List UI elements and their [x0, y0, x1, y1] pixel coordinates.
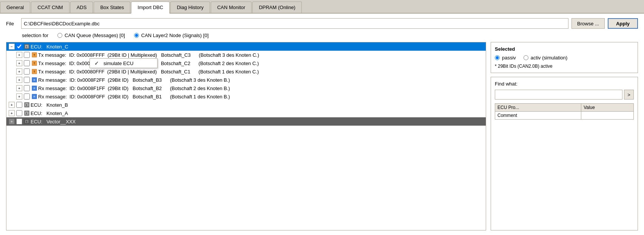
radio-input-passiv[interactable] [495, 55, 500, 60]
tab-ccat-cnm[interactable]: CCAT CNM [31, 2, 69, 13]
tree-row-tx-c3[interactable]: + T Tx message: ID: 0x0008FFFF (29Bit ID… [6, 51, 486, 59]
radio-input-can-layer2[interactable] [134, 33, 139, 38]
svg-text:R: R [33, 87, 35, 90]
radio-input-can-queue[interactable] [57, 33, 62, 38]
checkbox-rx-b1[interactable] [24, 93, 30, 100]
checkbox-rx-b3[interactable] [24, 77, 30, 83]
ecu-icon-a: E [24, 110, 30, 116]
file-row: File Browse ... Apply [6, 18, 638, 29]
context-menu-item-simulate[interactable]: ✓ simulate ECU [90, 59, 157, 68]
context-menu-item-label: simulate ECU [103, 61, 133, 66]
radio-input-activ[interactable] [524, 55, 528, 60]
main-content: File Browse ... Apply selection for CAN … [0, 14, 644, 235]
find-row: > [495, 90, 634, 100]
svg-text:E: E [26, 120, 28, 123]
expand-btn-tx-c1[interactable]: + [16, 68, 22, 75]
find-title: Find what: [495, 81, 634, 87]
checkbox-rx-b2[interactable] [24, 85, 30, 91]
tree-row-tx-c1[interactable]: + T Tx message: ID: 0x00080FFF (29Bit ID… [6, 67, 486, 76]
ecu-icon-b: E [24, 102, 30, 108]
checkbox-ecu-c[interactable] [16, 44, 22, 50]
tab-box-states[interactable]: Box States [94, 2, 130, 13]
radio-passiv[interactable]: passiv [495, 55, 516, 61]
tree-text-tx-c1: Tx message: ID: 0x00080FFF (29Bit ID | M… [38, 69, 483, 75]
svg-text:T: T [34, 54, 36, 56]
tab-can-monitor[interactable]: CAN Monitor [211, 2, 252, 13]
tree-text-rx-b3: Rx message: ID: 0x0008F2FF (29Bit ID) Bo… [38, 77, 483, 83]
selected-title: Selected [495, 46, 634, 52]
tree-row-rx-b1[interactable]: + R Rx message: ID: 0x0008F0FF (29Bit ID… [6, 92, 486, 101]
selection-row: selection for CAN Queue (Messages) [0] C… [6, 33, 638, 38]
rx-icon-b1: R [31, 93, 37, 100]
props-row-comment: Comment [495, 112, 634, 120]
tab-diag-history[interactable]: Diag History [170, 2, 210, 13]
find-input[interactable] [495, 90, 622, 100]
file-input[interactable] [21, 18, 568, 29]
props-table: ECU Pro... Value Comment [495, 103, 634, 120]
tree-row-ecu-b[interactable]: + E ECU: Knoten_B [6, 101, 486, 109]
tx-icon-c3: T [31, 52, 37, 58]
content-split: − E ECU: Knoten_C ✓ simulate ECU [6, 42, 638, 230]
tree-row-ecu-c[interactable]: − E ECU: Knoten_C [6, 42, 486, 51]
tree-row-rx-b2[interactable]: + R Rx message: ID: 0x0008F1FF (29Bit ID… [6, 84, 486, 92]
expand-btn-rx-b1[interactable]: + [16, 93, 22, 100]
tree-text-ecu-b: ECU: Knoten_B [31, 102, 483, 108]
expand-btn-ecu-a[interactable]: + [9, 110, 15, 116]
radio-label-activ: activ (simulation) [531, 55, 568, 61]
svg-text:E: E [26, 45, 28, 48]
selected-note: * 29Bit IDs (CAN2.0B) active [495, 64, 634, 69]
browse-button[interactable]: Browse ... [571, 18, 605, 29]
checkbox-ecu-b[interactable] [16, 102, 22, 108]
checkbox-ecu-a[interactable] [16, 110, 22, 116]
radio-label-can-layer2: CAN Layer2 Node (Signals) [0] [141, 33, 208, 38]
selected-section: Selected passiv activ (simulation) * 29B… [491, 42, 638, 73]
expand-btn-ecu-vector[interactable]: + [9, 118, 15, 125]
right-panel: Selected passiv activ (simulation) * 29B… [491, 42, 638, 230]
tree-text-ecu-a: ECU: Knoten_A [31, 110, 483, 116]
rx-icon-b3: R [31, 77, 37, 83]
context-menu: ✓ simulate ECU [90, 58, 158, 68]
find-button[interactable]: > [624, 90, 634, 100]
tree-row-tx-c2[interactable]: + T Tx message: ID: 0x00081FFF (29Bit ID… [6, 59, 486, 67]
ecu-icon-vector: E [24, 118, 30, 125]
checkbox-ecu-vector[interactable] [16, 118, 22, 125]
radio-label-passiv: passiv [502, 55, 516, 61]
props-col-value: Value [581, 104, 634, 112]
radio-can-queue[interactable]: CAN Queue (Messages) [0] [57, 33, 125, 38]
apply-button[interactable]: Apply [608, 18, 638, 29]
svg-text:T: T [34, 62, 36, 65]
expand-btn-rx-b3[interactable]: + [16, 77, 22, 83]
expand-btn-ecu-c[interactable]: − [9, 44, 15, 50]
find-section: Find what: > ECU Pro... Value [491, 77, 638, 230]
expand-btn-ecu-b[interactable]: + [9, 102, 15, 108]
file-label: File [6, 21, 18, 26]
tab-dpram-online[interactable]: DPRAM (Online) [252, 2, 302, 13]
checkbox-tx-c2[interactable] [24, 60, 30, 66]
radio-activ[interactable]: activ (simulation) [524, 55, 568, 61]
props-cell-comment-label: Comment [495, 112, 581, 120]
radio-label-can-queue: CAN Queue (Messages) [0] [65, 33, 125, 38]
tab-import-dbc[interactable]: Import DBC [131, 2, 170, 14]
radio-can-layer2[interactable]: CAN Layer2 Node (Signals) [0] [134, 33, 208, 38]
svg-text:T: T [34, 70, 36, 73]
checkmark-icon: ✓ [94, 60, 100, 66]
expand-btn-tx-c2[interactable]: + [16, 60, 22, 66]
tx-icon-c2: T [31, 60, 37, 66]
tab-general[interactable]: General [0, 2, 30, 13]
tab-bar: General CCAT CNM ADS Box States Import D… [0, 0, 644, 14]
svg-text:E: E [26, 104, 28, 106]
svg-text:R: R [33, 95, 35, 98]
props-col-ecu: ECU Pro... [495, 104, 581, 112]
tree-text-rx-b2: Rx message: ID: 0x0008F1FF (29Bit ID) Bo… [38, 86, 483, 91]
expand-btn-tx-c3[interactable]: + [16, 52, 22, 58]
svg-text:R: R [33, 79, 35, 81]
expand-btn-rx-b2[interactable]: + [16, 85, 22, 91]
checkbox-tx-c3[interactable] [24, 52, 30, 58]
tree-row-ecu-vector[interactable]: + E ECU: Vector__XXX [6, 117, 486, 126]
ecu-icon-c: E [24, 44, 30, 50]
tree-row-ecu-a[interactable]: + E ECU: Knoten_A [6, 109, 486, 117]
tree-row-rx-b3[interactable]: + R Rx message: ID: 0x0008F2FF (29Bit ID… [6, 76, 486, 84]
tree-panel[interactable]: − E ECU: Knoten_C ✓ simulate ECU [6, 42, 486, 230]
checkbox-tx-c1[interactable] [24, 68, 30, 75]
tab-ads[interactable]: ADS [70, 2, 93, 13]
